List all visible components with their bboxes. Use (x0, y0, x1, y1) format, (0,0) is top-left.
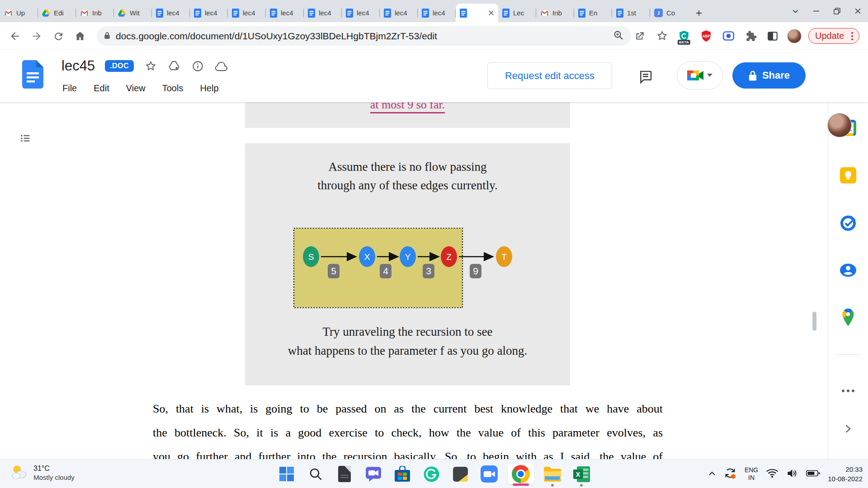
jco-favicon: J (654, 9, 663, 17)
taskbar-chat-icon[interactable] (363, 464, 384, 484)
chrome-update-button[interactable]: Update (808, 28, 859, 44)
doc-title-row: lec45 .DOC (61, 58, 228, 74)
svg-text:4: 4 (383, 266, 388, 276)
browser-tab[interactable]: lec4 (304, 4, 342, 22)
document-canvas[interactable]: at most 9 so far. Assume there is no flo… (0, 102, 828, 459)
browser-tab[interactable]: lec4 (342, 4, 380, 22)
google-contacts-icon[interactable] (840, 262, 857, 279)
document-outline-icon[interactable] (19, 132, 32, 146)
get-addons-icon[interactable] (842, 389, 854, 392)
drive-favicon (118, 9, 126, 17)
taskbar-file-explorer-icon[interactable] (542, 464, 563, 484)
star-doc-icon[interactable] (144, 59, 157, 73)
wifi-icon[interactable] (766, 468, 778, 480)
docs-favicon (384, 9, 391, 18)
taskbar-notepad-icon[interactable] (334, 464, 355, 484)
language-indicator[interactable]: ENG IN (745, 466, 758, 482)
google-keep-icon[interactable] (840, 167, 856, 183)
lock-icon[interactable] (104, 31, 110, 41)
battery-icon[interactable] (806, 469, 820, 479)
browser-tab[interactable]: Inb (76, 4, 114, 22)
clock-widget[interactable]: 20:33 10-08-2022 (828, 465, 863, 483)
slide-image[interactable]: Assume there is no flow passing through … (245, 143, 570, 385)
comment-history-icon[interactable] (638, 70, 653, 86)
taskbar-zoom-icon[interactable] (479, 464, 500, 484)
minimize-button[interactable] (806, 0, 826, 22)
taskbar-start-icon[interactable] (276, 464, 297, 484)
browser-tab[interactable]: lec4 (380, 4, 418, 22)
menu-file[interactable]: File (62, 83, 77, 94)
address-bar[interactable]: docs.google.com/document/d/1USoUxy1Gzoy3… (97, 26, 631, 46)
document-status-icon[interactable] (191, 59, 204, 73)
maximize-restore-button[interactable] (826, 0, 847, 22)
hide-side-panel-icon[interactable] (843, 424, 853, 434)
zoom-level-icon[interactable] (613, 30, 624, 42)
taskbar-weather-widget[interactable]: 31°C Mostly cloudy (10, 463, 75, 482)
taskbar-grammarly-icon[interactable] (421, 464, 442, 484)
beta-extension-icon[interactable]: BETA (676, 28, 692, 44)
tab-title: Edi (54, 9, 72, 17)
browser-tab[interactable]: Inb (536, 4, 574, 22)
menu-tools[interactable]: Tools (162, 83, 184, 94)
bookmark-star-icon[interactable] (654, 28, 670, 44)
side-panel-icon[interactable] (765, 28, 780, 44)
pip-extension-icon[interactable] (721, 28, 736, 44)
update-pending-icon[interactable] (723, 466, 737, 482)
browser-menu-icon[interactable] (849, 32, 855, 40)
browser-tab[interactable]: Edi (38, 4, 76, 22)
docs-header: lec45 .DOC File Edit View Tools Help Req… (0, 50, 868, 102)
browser-tab[interactable]: JCo (650, 4, 688, 22)
browser-tab[interactable]: Up (0, 4, 38, 22)
taskbar-search-icon[interactable] (305, 464, 326, 484)
menu-view[interactable]: View (126, 83, 146, 94)
tab-search-chevron-icon[interactable] (785, 0, 806, 22)
taskbar-chrome-icon[interactable] (508, 464, 534, 484)
browser-tab[interactable]: En (574, 4, 612, 22)
request-edit-access-button[interactable]: Request edit access (487, 62, 612, 89)
browser-tab-active[interactable] (456, 4, 498, 22)
system-tray: ENG IN 20:33 10-08-2022 (708, 460, 863, 488)
new-tab-button[interactable] (692, 6, 706, 20)
docs-profile-avatar[interactable] (827, 113, 852, 137)
taskbar-excel-icon[interactable]: X (571, 464, 592, 484)
menu-help[interactable]: Help (200, 83, 218, 94)
browser-tab[interactable]: 1st (612, 4, 650, 22)
browser-profile-avatar[interactable] (787, 29, 802, 43)
tray-chevron-up-icon[interactable] (708, 470, 716, 478)
weather-condition: Mostly cloudy (33, 473, 75, 482)
adblock-plus-extension-icon[interactable]: ABP (698, 28, 714, 44)
forward-button[interactable] (30, 29, 43, 43)
paragraph-line: the bottleneck. So, it is a good exercis… (153, 421, 663, 445)
google-meet-icon (687, 69, 703, 82)
browser-tab[interactable]: lec4 (152, 4, 190, 22)
share-button[interactable]: Share (732, 62, 806, 89)
slide-image-partial[interactable]: at most 9 so far. (245, 102, 570, 128)
browser-tab[interactable]: Wit (114, 4, 152, 22)
browser-tab[interactable]: lec4 (418, 4, 456, 22)
extensions-puzzle-icon[interactable] (743, 28, 758, 44)
google-maps-icon[interactable] (841, 309, 855, 327)
document-scrollbar-thumb[interactable] (812, 312, 816, 331)
browser-tab[interactable]: lec4 (190, 4, 228, 22)
share-page-icon[interactable] (632, 28, 647, 44)
tab-title: lec4 (395, 9, 414, 17)
meet-presence-button[interactable] (677, 61, 723, 89)
taskbar-sticky-notes-icon[interactable] (450, 464, 471, 484)
browser-tab[interactable]: lec4 (266, 4, 304, 22)
google-tasks-icon[interactable] (840, 215, 857, 232)
tab-close-icon[interactable] (488, 10, 494, 16)
browser-tab[interactable]: Lec (498, 4, 536, 22)
volume-icon[interactable] (786, 468, 798, 480)
close-window-button[interactable] (847, 0, 868, 22)
move-to-drive-icon[interactable] (167, 59, 181, 73)
browser-tab[interactable]: lec4 (228, 4, 266, 22)
back-button[interactable] (8, 29, 22, 43)
taskbar-store-icon[interactable] (392, 464, 413, 484)
cloud-save-icon[interactable] (214, 59, 228, 73)
reload-button[interactable] (52, 29, 65, 43)
doc-title[interactable]: lec45 (61, 58, 95, 74)
home-button[interactable] (73, 29, 87, 43)
google-docs-logo[interactable] (22, 60, 43, 90)
window-controls (785, 0, 868, 22)
menu-edit[interactable]: Edit (94, 83, 109, 94)
